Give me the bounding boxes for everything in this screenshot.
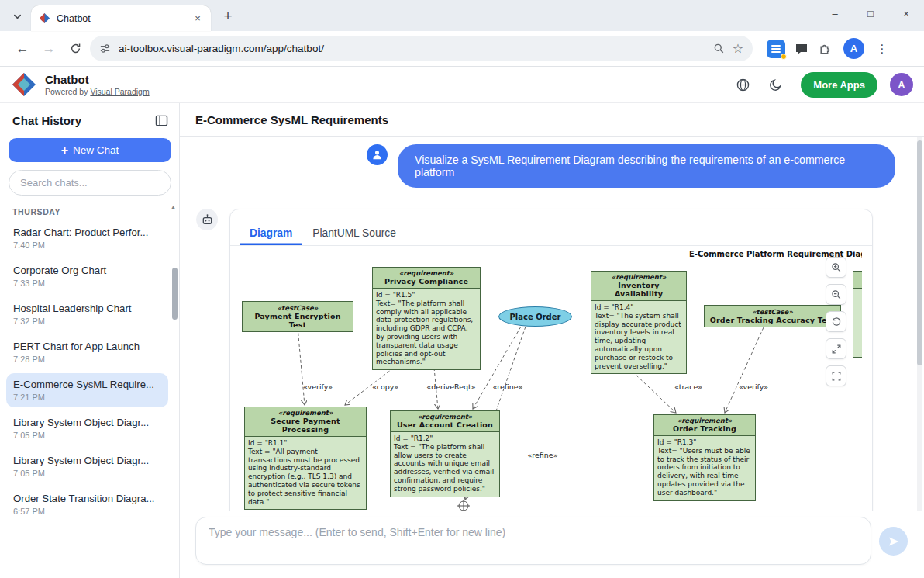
requirement-node-partial[interactable] [853, 271, 862, 358]
chat-time: 7:28 PM [13, 355, 161, 364]
node-id: Id = "R1.3" [657, 438, 752, 447]
message-input[interactable] [195, 517, 871, 565]
tab-title: Chatbot [57, 13, 184, 24]
requirement-inventory-availability[interactable]: «requirement» Inventory Availability Id … [591, 271, 687, 374]
usecase-place-order[interactable]: Place Order [498, 306, 572, 327]
chat-time: 6:57 PM [13, 507, 161, 516]
expand-button[interactable] [826, 338, 846, 359]
chat-messages-area: Visualize a SysML Requirement Diagram de… [180, 137, 924, 511]
chat-list-item[interactable]: PERT Chart for App Launch 7:28 PM [6, 335, 168, 369]
anchor-circle-plus-icon [457, 500, 470, 511]
user-message-bubble: Visualize a SysML Requirement Diagram de… [398, 144, 895, 188]
zoom-in-button[interactable] [826, 257, 846, 278]
bookmark-star-icon[interactable]: ☆ [733, 41, 743, 56]
node-stereotype: «requirement» [394, 413, 496, 421]
chat-list-item-selected[interactable]: E-Commerce SysML Require... 7:21 PM [6, 373, 168, 407]
back-button[interactable]: ← [9, 36, 36, 62]
browser-tab-strip: Chatbot × + – □ × [0, 0, 924, 31]
requirement-user-account-creation[interactable]: «requirement» User Account Creation Id =… [390, 410, 500, 497]
moon-icon [769, 78, 782, 92]
testcase-payment-encryption-test[interactable]: «testCase» Payment Encryption Test [242, 301, 353, 332]
chat-scrollbar[interactable] [917, 140, 922, 365]
page-title: E-Commerce SysML Requirements [180, 103, 924, 137]
browser-profile-avatar[interactable]: A [843, 38, 864, 59]
window-close-button[interactable]: × [888, 0, 924, 26]
tab-favicon-icon [39, 12, 50, 24]
requirement-privacy-compliance[interactable]: «requirement» Privacy Compliance Id = "R… [372, 267, 481, 370]
browser-tab[interactable]: Chatbot × [31, 5, 211, 31]
requirement-secure-payment-processing[interactable]: «requirement» Secure Payment Processing … [244, 407, 367, 510]
new-tab-button[interactable]: + [217, 5, 239, 27]
node-stereotype: «requirement» [376, 269, 477, 277]
chat-title: Hospital Leadership Chart [13, 303, 161, 314]
chat-list-item[interactable]: Corporate Org Chart 7:33 PM [6, 259, 168, 293]
chat-title: Corporate Org Chart [13, 265, 161, 276]
search-chats-input[interactable] [9, 170, 171, 196]
extensions-puzzle-icon[interactable] [818, 41, 833, 56]
tab-search-button[interactable] [6, 5, 28, 27]
node-name: Order Tracking [657, 424, 752, 433]
tab-plantuml-source[interactable]: PlantUML Source [302, 209, 406, 245]
extension-area [767, 40, 833, 58]
zoom-out-icon [831, 289, 842, 300]
forward-button[interactable]: → [36, 36, 62, 62]
chat-list-item[interactable]: Library System Object Diagr... 7:05 PM [6, 449, 168, 483]
address-bar[interactable]: ai-toolbox.visual-paradigm.com/app/chatb… [90, 36, 753, 61]
sidebar-title: Chat History [12, 114, 81, 127]
sidebar-scroll-up-icon[interactable]: ▲ [171, 204, 176, 209]
account-avatar[interactable]: A [890, 73, 913, 96]
chat-time: 7:40 PM [13, 241, 161, 250]
send-button[interactable] [879, 527, 908, 556]
extension-badge [781, 54, 787, 60]
card-tab-bar: Diagram PlantUML Source [230, 209, 872, 246]
window-minimize-button[interactable]: – [817, 0, 853, 26]
node-text: Text= "The platform shall comply with al… [376, 299, 477, 366]
edge-label-refine-2: «refine» [527, 451, 557, 459]
node-id: Id = "R1.4" [595, 303, 683, 312]
window-maximize-button[interactable]: □ [853, 0, 888, 26]
sidebar-scrollbar[interactable] [172, 268, 178, 320]
chat-extension-icon[interactable] [794, 41, 809, 57]
node-stereotype: «testCase» [247, 304, 348, 312]
expand-icon [831, 344, 842, 355]
message-input-area [180, 511, 924, 578]
fit-screen-icon [831, 371, 842, 382]
browser-window: Chatbot × + – □ × ← → ai-toolbox.visual-… [0, 0, 924, 578]
new-chat-button[interactable]: + New Chat [9, 138, 171, 162]
chat-list-item[interactable]: Library System Object Diagr... 7:05 PM [6, 411, 168, 445]
requirement-order-tracking[interactable]: «requirement» Order Tracking Id = "R1.3"… [653, 414, 756, 501]
site-settings-icon[interactable] [99, 43, 111, 54]
app-title: Chatbot [45, 73, 150, 86]
robot-icon [201, 213, 214, 227]
language-button[interactable] [729, 71, 756, 98]
chat-list-item[interactable]: Order State Transition Diagra... 6:57 PM [6, 487, 168, 521]
browser-menu-button[interactable]: ⋮ [869, 36, 895, 62]
testcase-order-tracking-accuracy-test[interactable]: «testCase» Order Tracking Accuracy Test [704, 305, 841, 327]
zoom-icon[interactable] [713, 43, 725, 54]
collapse-sidebar-button[interactable] [155, 115, 168, 126]
visual-paradigm-link[interactable]: Visual Paradigm [90, 87, 149, 96]
extension-icon[interactable] [767, 40, 785, 58]
chat-list-item[interactable]: Hospital Leadership Chart 7:32 PM [6, 297, 168, 331]
diagram-canvas[interactable]: E-Commerce Platform Requirement Diagram [230, 246, 862, 511]
chat-list-item[interactable]: Radar Chart: Product Perfor... 7:40 PM [6, 221, 168, 255]
node-id: Id = "R1.5" [376, 291, 477, 299]
send-icon [888, 535, 900, 548]
dark-mode-button[interactable] [762, 71, 788, 98]
tab-close-button[interactable]: × [191, 12, 205, 26]
tab-diagram[interactable]: Diagram [240, 209, 302, 245]
reset-view-button[interactable] [826, 311, 846, 332]
reload-button[interactable] [62, 36, 88, 62]
chat-list: Radar Chart: Product Perfor... 7:40 PM C… [0, 220, 179, 521]
fit-screen-button[interactable] [826, 365, 846, 386]
day-section-label: THURSDAY [12, 207, 179, 216]
zoom-out-button[interactable] [826, 284, 846, 305]
node-name: Place Order [509, 313, 560, 321]
bot-message-row: Diagram PlantUML Source E-Commerce Platf… [196, 209, 873, 511]
chat-title: Library System Object Diagr... [13, 455, 161, 466]
chat-time: 7:05 PM [13, 469, 161, 478]
diagram-toolbar [826, 257, 846, 386]
node-stereotype: «requirement» [248, 409, 363, 417]
chat-time: 7:33 PM [13, 279, 161, 288]
more-apps-button[interactable]: More Apps [801, 72, 877, 98]
